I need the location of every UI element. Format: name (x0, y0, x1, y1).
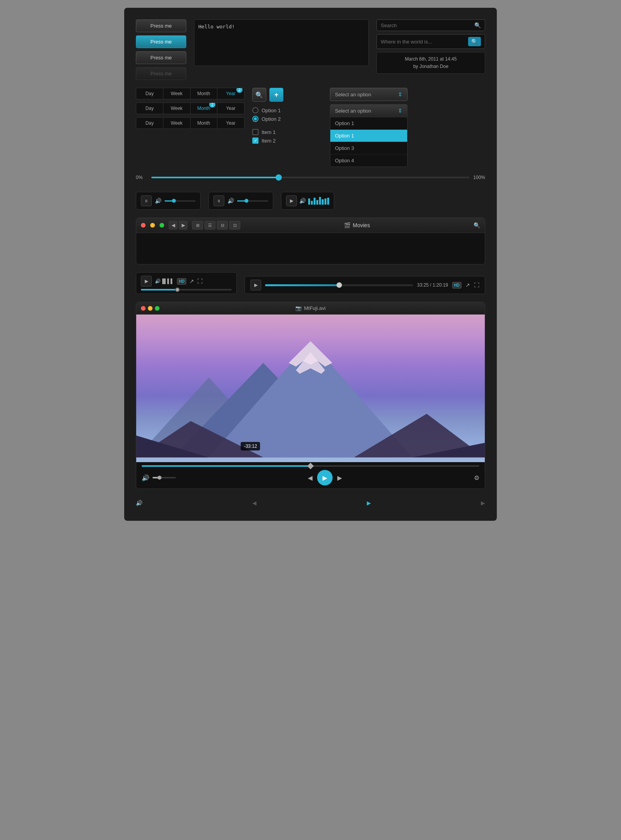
main-volume-icon[interactable]: 🔊 (142, 474, 149, 482)
video-fullscreen-icon[interactable]: ⛶ (474, 282, 479, 288)
vml-hd-badge: HD (177, 278, 186, 285)
vml-play-button[interactable]: ▶ (141, 276, 152, 287)
main-video-window: 📷 MtFuji.avi (136, 302, 485, 489)
video-big-progress[interactable] (265, 284, 413, 286)
video-title: 📷 MtFuji.avi (295, 305, 326, 311)
tab-day-1[interactable]: Day (136, 88, 163, 99)
view-icons: ⊞ ☰ ⊟ ⊡ (192, 221, 240, 230)
tab-month-2[interactable]: 2 Month (191, 103, 218, 114)
main-play-button[interactable]: ▶ (317, 470, 333, 485)
search-box-1[interactable]: 🔍 (376, 19, 485, 31)
search-input-2[interactable] (381, 39, 466, 45)
window-minimize-button[interactable] (150, 223, 155, 228)
vml-volume-bars[interactable]: 🔊▐▌▌▌ (155, 278, 174, 284)
hello-world-textarea[interactable]: Hello world! (194, 19, 369, 66)
main-video-controls: 🔊 ◀ ▶ ▶ ⚙ (136, 462, 485, 489)
window-maximize-button[interactable] (160, 223, 164, 228)
mini-progress-2[interactable] (237, 200, 268, 202)
itunes-title-label: Movies (353, 222, 370, 228)
main-progress-bar[interactable] (142, 465, 479, 467)
nav-forward-button[interactable]: ▶ (179, 221, 187, 230)
add-action-button[interactable]: + (269, 88, 283, 102)
itunes-titlebar: ◀ ▶ ⊞ ☰ ⊟ ⊡ 🎬 Movies 🔍 (136, 218, 485, 233)
next-button[interactable]: ▶ (337, 474, 342, 482)
tab-week-1[interactable]: Week (163, 88, 191, 99)
volume-icon-2[interactable]: 🔊 (227, 198, 234, 204)
radio-circle-2 (252, 116, 258, 122)
tab-year-3[interactable]: Year (217, 118, 244, 129)
bottom-nav-right: ▶ (481, 500, 485, 506)
dropdown-option-1[interactable]: Option 1 (330, 117, 407, 130)
dropdown-option-highlighted[interactable]: Option 1 (330, 130, 407, 142)
cover-view-button[interactable]: ⊡ (229, 221, 240, 230)
itunes-window: ◀ ▶ ⊞ ☰ ⊟ ⊡ 🎬 Movies 🔍 (136, 217, 485, 264)
tab-week-2[interactable]: Week (163, 103, 191, 114)
tab-day-3[interactable]: Day (136, 118, 163, 129)
video-filename: MtFuji.avi (304, 305, 326, 311)
checkbox-label-1: Item 1 (262, 129, 276, 135)
slider-thumb[interactable] (276, 174, 282, 181)
main-progress-fill (142, 465, 310, 467)
tab-month-3[interactable]: Month (191, 118, 218, 129)
radio-label-1: Option 1 (262, 108, 281, 113)
prev-button[interactable]: ◀ (308, 474, 312, 482)
volume-icon-1[interactable]: 🔊 (155, 198, 161, 204)
video-play-button[interactable]: ▶ (250, 280, 261, 290)
video-close-button[interactable] (141, 306, 146, 311)
video-maximize-button[interactable] (155, 306, 160, 311)
grid-view-button[interactable]: ⊞ (192, 221, 203, 230)
search-action-button[interactable]: 🔍 (252, 88, 266, 102)
list-view-button[interactable]: ☰ (205, 221, 215, 230)
vml-share-icon[interactable]: ↗ (189, 278, 194, 284)
mini-player-2: ⏸ 🔊 (208, 192, 273, 210)
search-box-2[interactable]: 🔍 (376, 34, 485, 49)
seg-bar-6 (322, 199, 324, 205)
press-me-button-3[interactable]: Press me (136, 51, 186, 64)
tab-day-2[interactable]: Day (136, 103, 163, 114)
play-button-seg[interactable]: ▶ (286, 195, 297, 206)
action-buttons-row: 🔍 + (252, 88, 322, 102)
video-time-label: 33:25 / 1:20:19 (417, 282, 448, 288)
tab-row-3: Day Week Month Year (136, 117, 245, 129)
mt-fuji-display: -33:12 (136, 315, 485, 462)
vml-progress-bar[interactable] (141, 289, 232, 290)
pause-button-2[interactable]: ⏸ (213, 195, 224, 206)
search-button-blue[interactable]: 🔍 (468, 37, 481, 46)
search-input-1[interactable] (381, 23, 472, 28)
seg-bar-4 (316, 200, 318, 205)
checkbox-item-2[interactable]: Item 2 (252, 137, 322, 144)
main-volume-slider[interactable] (153, 477, 176, 478)
checkbox-item-1[interactable]: Item 1 (252, 129, 322, 135)
volume-icon-seg[interactable]: 🔊 (299, 198, 306, 204)
press-me-button-2[interactable]: Press me (136, 35, 186, 48)
dropdown-option-3[interactable]: Option 3 (330, 142, 407, 155)
tab-week-3[interactable]: Week (163, 118, 191, 129)
itunes-title: 🎬 Movies (245, 222, 469, 228)
video-share-icon[interactable]: ↗ (465, 282, 470, 288)
tabs-column: Day Week Month 2 Year Day Week 2 Month Y… (136, 88, 245, 129)
mountain-svg (136, 315, 485, 462)
slider-track[interactable] (151, 177, 469, 178)
time-tooltip: -33:12 (241, 442, 260, 450)
radio-option-1[interactable]: Option 1 (252, 107, 322, 113)
pause-button-1[interactable]: ⏸ (141, 195, 152, 206)
press-me-button-1[interactable]: Press me (136, 19, 186, 32)
window-close-button[interactable] (141, 223, 146, 228)
tab-month-1[interactable]: Month (191, 88, 218, 99)
mini-progress-1[interactable] (165, 200, 196, 202)
video-minimize-button[interactable] (148, 306, 153, 311)
vml-fullscreen-icon[interactable]: ⛶ (197, 278, 203, 284)
options-column: 🔍 + Option 1 Option 2 Item 1 Item 2 (252, 88, 322, 144)
video-window-buttons (141, 306, 160, 311)
dropdown-option-4[interactable]: Option 4 (330, 155, 407, 167)
dropdown-header[interactable]: Select an option ⇕ (330, 104, 407, 117)
settings-gear-icon[interactable]: ⚙ (474, 474, 479, 482)
radio-option-2[interactable]: Option 2 (252, 116, 322, 122)
column-view-button[interactable]: ⊟ (217, 221, 228, 230)
date-info-box: March 6th, 2011 at 14:45 by Jonathan Doe (376, 52, 485, 74)
vml-progress-thumb (175, 287, 180, 292)
tab-year-2[interactable]: Year (217, 103, 244, 114)
tab-year-1[interactable]: 2 Year (217, 88, 244, 99)
dropdown-select-1[interactable]: Select an option ⇕ (330, 88, 408, 101)
nav-back-button[interactable]: ◀ (169, 221, 177, 230)
